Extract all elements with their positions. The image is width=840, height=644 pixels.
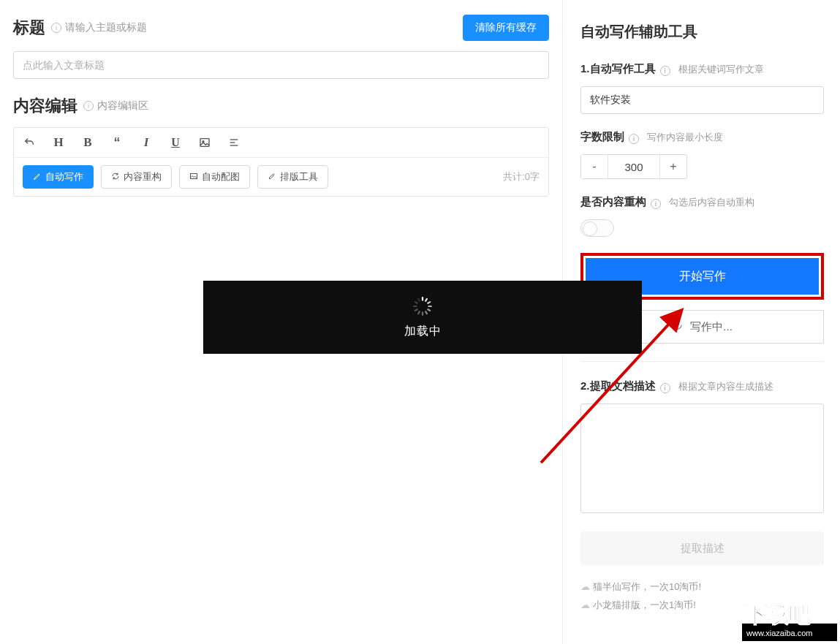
svg-rect-8 <box>425 298 428 302</box>
tip1: 猫半仙写作，一次10淘币! <box>593 581 701 592</box>
watermark-url: www.xiazaiba.com <box>746 629 812 637</box>
tip2: 小龙猫排版，一次1淘币! <box>593 599 696 610</box>
undo-icon[interactable] <box>23 137 36 148</box>
quote-icon[interactable]: “ <box>110 139 124 146</box>
info-icon: i <box>660 66 670 76</box>
heading-icon[interactable]: H <box>52 135 65 150</box>
auto-write-button[interactable]: 自动写作 <box>23 165 94 189</box>
extract-desc-button[interactable]: 提取描述 <box>580 531 824 565</box>
section2-label: 2.提取文档描述 <box>580 379 656 393</box>
keyword-input[interactable] <box>580 86 824 114</box>
cloud-icon: ☁ <box>580 581 590 592</box>
svg-rect-18 <box>417 298 421 302</box>
section2-hint: 根据文章内容生成描述 <box>678 380 773 393</box>
stepper-minus-button[interactable]: - <box>581 155 608 178</box>
picture-icon <box>189 172 198 182</box>
svg-rect-9 <box>427 300 431 304</box>
svg-rect-16 <box>413 305 417 306</box>
align-icon[interactable] <box>227 137 241 148</box>
underline-icon[interactable]: U <box>169 136 182 149</box>
word-limit-hint: 写作内容最小长度 <box>647 131 723 144</box>
svg-point-6 <box>673 321 681 329</box>
title-header-row: 标题 i 请输入主题或标题 清除所有缓存 <box>13 15 549 41</box>
auto-image-label: 自动配图 <box>202 170 240 183</box>
watermark-logo: 下载吧 www.xiazaiba.com <box>742 602 837 641</box>
info-icon: i <box>83 101 94 111</box>
section-extract-desc: 2.提取文档描述 i 根据文章内容生成描述 <box>580 379 824 515</box>
rebuild-toggle[interactable] <box>580 219 614 237</box>
title-hint: 请输入主题或标题 <box>65 21 147 34</box>
format-toolbar: H B “ I U <box>14 128 548 158</box>
description-textarea[interactable] <box>580 404 824 513</box>
rebuild-label: 是否内容重构 <box>580 195 646 209</box>
stepper-plus-button[interactable]: + <box>660 155 686 178</box>
spinner-icon <box>412 296 433 317</box>
svg-rect-14 <box>417 310 421 314</box>
info-icon: i <box>51 23 61 33</box>
clear-cache-button[interactable]: 清除所有缓存 <box>463 15 549 41</box>
spinner-icon <box>672 319 683 333</box>
section1-hint: 根据关键词写作文章 <box>678 63 764 76</box>
loading-overlay: 加载中 <box>203 281 642 354</box>
svg-rect-12 <box>425 310 428 314</box>
rebuild-hint: 勾选后内容自动重构 <box>669 196 754 209</box>
svg-rect-17 <box>414 300 418 304</box>
editor-box: H B “ I U 自动写作 <box>13 127 549 197</box>
svg-rect-0 <box>200 139 209 147</box>
article-title-input[interactable] <box>13 51 549 79</box>
writing-status-label: 写作中... <box>690 320 733 333</box>
loading-text: 加载中 <box>404 324 442 339</box>
title-label: 标题 <box>13 17 45 39</box>
content-header-row: 内容编辑 i 内容编辑区 <box>13 95 549 117</box>
svg-rect-7 <box>422 297 423 301</box>
svg-rect-11 <box>427 308 431 311</box>
action-toolbar: 自动写作 内容重构 自动配图 <box>14 158 548 196</box>
section1-label: 1.自动写作工具 <box>580 62 656 76</box>
word-limit-value[interactable] <box>608 155 660 178</box>
info-icon: i <box>629 134 639 144</box>
svg-rect-10 <box>428 305 432 306</box>
svg-rect-15 <box>414 308 418 311</box>
content-edit-label: 内容编辑 <box>13 95 77 117</box>
content-hint: 内容编辑区 <box>97 99 148 113</box>
auto-write-label: 自动写作 <box>45 170 83 183</box>
word-limit-stepper: - + <box>580 154 687 179</box>
word-count: 共计:0字 <box>503 170 540 183</box>
bold-icon[interactable]: B <box>81 135 94 150</box>
layout-tool-button[interactable]: 排版工具 <box>257 165 328 189</box>
layout-tool-label: 排版工具 <box>280 170 318 183</box>
section-rebuild-toggle: 是否内容重构 i 勾选后内容自动重构 <box>580 195 824 237</box>
content-rebuild-label: 内容重构 <box>124 170 162 183</box>
content-rebuild-button[interactable]: 内容重构 <box>101 165 172 189</box>
pencil-icon <box>33 172 42 182</box>
auto-image-button[interactable]: 自动配图 <box>179 165 250 189</box>
section-word-limit: 字数限制 i 写作内容最小长度 - + <box>580 130 824 179</box>
cloud-icon: ☁ <box>580 599 590 610</box>
info-icon: i <box>660 383 670 393</box>
side-panel-title: 自动写作辅助工具 <box>580 22 824 42</box>
italic-icon[interactable]: I <box>140 135 153 150</box>
word-limit-label: 字数限制 <box>580 130 624 144</box>
section-auto-write: 1.自动写作工具 i 根据关键词写作文章 <box>580 62 824 114</box>
tools-icon <box>268 172 276 182</box>
watermark-main: 下载吧 <box>744 602 811 626</box>
refresh-icon <box>111 172 120 182</box>
svg-rect-13 <box>422 311 423 316</box>
image-icon[interactable] <box>198 137 211 148</box>
info-icon: i <box>651 199 661 209</box>
